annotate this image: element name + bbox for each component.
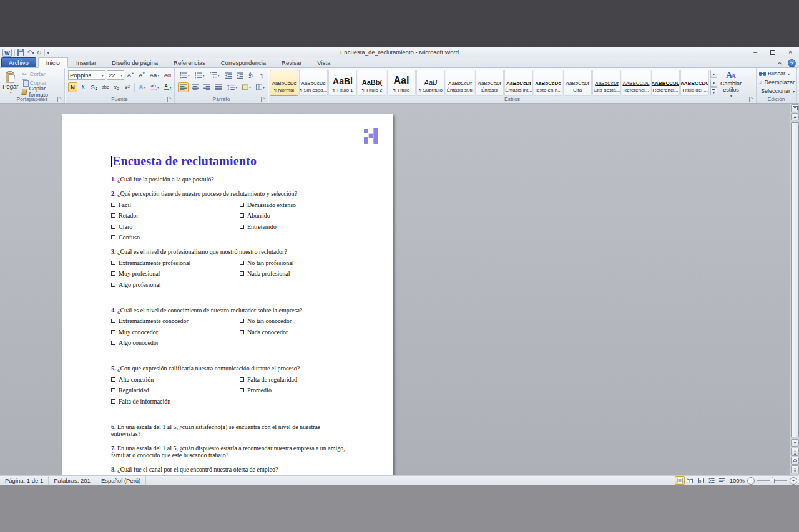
zoom-slider[interactable] (757, 480, 787, 481)
font-color-button[interactable]: A ▾ (162, 82, 173, 92)
print-layout-view-icon[interactable] (675, 476, 685, 485)
font-size-combo[interactable]: 22▾ (107, 70, 124, 80)
multilevel-list-button[interactable]: ▾ (208, 70, 222, 80)
restore-button[interactable] (767, 48, 779, 56)
close-button[interactable]: × (784, 48, 797, 56)
show-marks-button[interactable]: ¶ (257, 70, 267, 80)
paste-button[interactable]: Pegar ▾ (1, 69, 20, 97)
text-effects-button[interactable]: A▾ (137, 82, 147, 92)
tab-archivo[interactable]: Archivo (1, 57, 36, 67)
bold-button[interactable]: N (68, 82, 77, 92)
subscript-button[interactable]: x₂ (112, 82, 121, 92)
cut-icon: ✂ (21, 71, 28, 78)
gallery-up-icon[interactable]: ▲ (710, 70, 717, 78)
change-case-button[interactable]: Aa▾ (148, 70, 161, 80)
replace-button[interactable]: Reemplazar (759, 78, 795, 87)
italic-button[interactable]: K (79, 82, 88, 92)
style-chip[interactable]: AaBbCcDc¶ Normal (270, 70, 298, 96)
style-chip[interactable]: AaBbCcDtCita (563, 70, 592, 96)
minimize-ribbon-icon[interactable] (776, 60, 783, 67)
style-chip[interactable]: AaBl¶ Título 1 (328, 70, 357, 96)
style-chip[interactable]: AaBbCcDtÉnfasis (475, 70, 504, 96)
option-row: Extremadamente profesionalNo tan profesi… (111, 259, 345, 266)
dialog-launcher-icon[interactable] (261, 97, 267, 102)
cut-button[interactable]: ✂ Cortar (20, 70, 63, 79)
tab-correspondencia[interactable]: Correspondencia (213, 58, 273, 67)
style-chip[interactable]: AABBCCDLReferenci... (651, 70, 680, 96)
line-spacing-button[interactable]: ▾ (225, 82, 239, 92)
strikethrough-button[interactable]: abc (100, 82, 110, 92)
ruler-toggle-icon[interactable] (791, 104, 799, 112)
page-indicator[interactable]: Página: 1 de 1 (0, 476, 49, 485)
find-button[interactable]: Buscar▾ (759, 69, 795, 78)
scroll-down-icon[interactable]: ▼ (791, 439, 799, 447)
next-page-icon[interactable]: ▼▼ (791, 465, 799, 473)
gallery-more-icon[interactable]: ▼ (710, 87, 717, 95)
zoom-level[interactable]: 100% (730, 477, 745, 484)
style-chip[interactable]: AaB¶ Subtítulo (416, 70, 445, 96)
numbering-button[interactable]: ▾ (193, 70, 207, 80)
style-chip[interactable]: AaBbCcDtCita desta... (592, 70, 621, 96)
dialog-launcher-icon[interactable] (167, 97, 173, 102)
borders-button[interactable]: ▾ (254, 82, 267, 92)
change-styles-button[interactable]: AA Cambiar estilos ▾ (717, 69, 745, 96)
sort-button[interactable]: AZ ↓ (247, 70, 256, 80)
underline-button[interactable]: S▾ (89, 82, 99, 92)
style-chip[interactable]: AABBCCDCTítulo del ... (680, 70, 709, 96)
tab-dise-o-de-p-gina[interactable]: Diseño de página (104, 58, 165, 67)
justify-button[interactable] (213, 82, 224, 92)
style-chip[interactable]: Aal¶ Título (387, 70, 416, 96)
font-family-combo[interactable]: Poppins▾ (68, 70, 105, 80)
style-chip[interactable]: AaBbCcDtÉnfasis int... (504, 70, 533, 96)
scrollbar-thumb[interactable] (791, 122, 799, 437)
page[interactable]: Encuesta de reclutamiento 1. ¿Cuál fue l… (62, 114, 393, 475)
dialog-launcher-icon[interactable] (749, 97, 755, 102)
increase-indent-button[interactable] (235, 70, 245, 80)
style-preview: AaBbCcDc (300, 72, 327, 86)
help-button[interactable]: ? (788, 59, 796, 67)
tab-inicio[interactable]: Inicio (38, 57, 68, 68)
survey-option: Extremadamente profesional (111, 259, 240, 266)
scroll-up-icon[interactable]: ▲ (791, 113, 799, 120)
superscript-button[interactable]: x² (122, 82, 132, 92)
style-chip[interactable]: AaBbCcDtÉnfasis sutil (446, 70, 474, 96)
select-button[interactable]: Seleccionar▾ (759, 87, 795, 95)
select-browse-object-icon[interactable] (791, 457, 799, 465)
style-chip[interactable]: AaBb(¶ Título 2 (358, 70, 386, 96)
minimize-button[interactable]: – (749, 48, 762, 56)
word-count[interactable]: Palabras: 201 (49, 476, 96, 485)
format-painter-button[interactable]: Copiar formato (20, 87, 63, 96)
tab-vista[interactable]: Vista (310, 58, 338, 67)
align-center-button[interactable] (190, 82, 200, 92)
clear-formatting-button[interactable]: A (162, 70, 173, 80)
shrink-font-button[interactable]: A▼ (137, 70, 147, 80)
tab-referencias[interactable]: Referencias (166, 58, 213, 67)
zoom-out-button[interactable]: – (747, 477, 755, 485)
vertical-scrollbar[interactable]: ▲ ▼ ▲▲ ▼▼ (790, 104, 799, 475)
draft-view-icon[interactable] (717, 476, 727, 485)
zoom-in-button[interactable]: + (790, 477, 797, 485)
tab-insertar[interactable]: Insertar (69, 58, 104, 67)
tab-revisar[interactable]: Revisar (274, 58, 309, 67)
bullets-button[interactable]: ▾ (178, 70, 192, 80)
style-label: Énfasis (476, 87, 503, 93)
decrease-indent-button[interactable] (223, 70, 233, 80)
checkbox-icon (240, 261, 244, 265)
shading-button[interactable]: ▾ (240, 82, 253, 92)
style-chip[interactable]: AABBCCDLReferenci... (622, 70, 650, 96)
option-row: Falta de información (111, 398, 345, 405)
highlight-button[interactable]: ab ▾ (149, 82, 160, 92)
style-chip[interactable]: AaBbCcDcTexto en n... (534, 70, 562, 96)
outline-view-icon[interactable] (707, 476, 717, 485)
gallery-down-icon[interactable]: ▼ (710, 79, 717, 87)
zoom-slider-thumb[interactable] (770, 477, 775, 483)
language-indicator[interactable]: Español (Perú) (96, 476, 146, 485)
align-left-button[interactable] (178, 82, 189, 92)
dialog-launcher-icon[interactable] (57, 97, 63, 102)
grow-font-button[interactable]: A▲ (125, 70, 136, 80)
previous-page-icon[interactable]: ▲▲ (791, 448, 799, 456)
web-layout-view-icon[interactable] (696, 476, 706, 485)
fullscreen-reading-view-icon[interactable] (685, 476, 695, 485)
style-chip[interactable]: AaBbCcDc¶ Sin espa... (299, 70, 328, 96)
align-right-button[interactable] (202, 82, 212, 92)
